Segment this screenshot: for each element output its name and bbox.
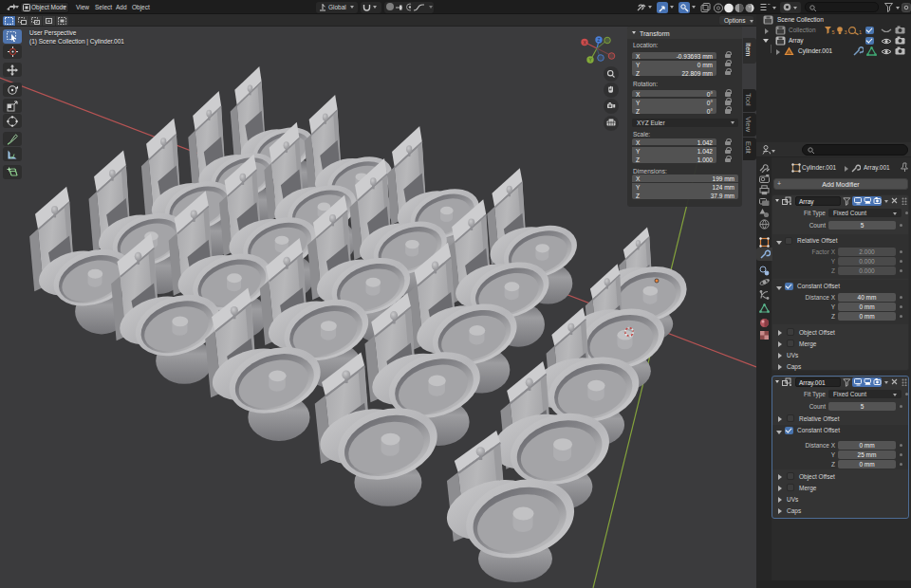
svg-text:3: 3 — [845, 29, 847, 35]
svg-text:Z: Z — [598, 38, 601, 43]
svg-text:1: 1 — [859, 29, 862, 35]
svg-text:5: 5 — [832, 29, 835, 35]
